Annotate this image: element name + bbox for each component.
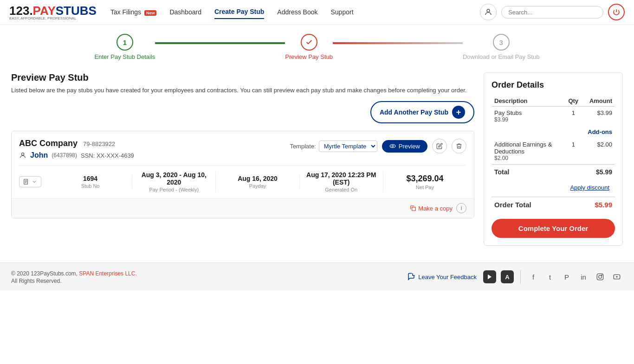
stub-footer: Make a copy i (12, 198, 474, 218)
doc-icon (23, 179, 30, 185)
order-table: Description Qty Amount Pay Stubs $3.99 1… (492, 96, 615, 211)
pay-period-field: Aug 3, 2020 - Aug 10, 2020 Pay Period - … (132, 171, 216, 192)
addon-amount: $2.00 (582, 138, 615, 165)
footer-right: Leave Your Feedback A f t P in (407, 270, 623, 284)
nav-address-book[interactable]: Address Book (277, 6, 317, 19)
progress-line-1 (155, 42, 285, 44)
youtube-icon[interactable] (611, 271, 623, 283)
total-amount: $5.99 (582, 165, 615, 179)
stub-company: ABC Company (19, 139, 78, 148)
stub-employee-id: (6437898) (52, 152, 77, 159)
generated-on-value: Aug 17, 2020 12:23 PM (EST) (305, 171, 377, 186)
employee-icon (19, 152, 26, 159)
pinterest-icon[interactable]: P (561, 271, 573, 283)
google-play-icon[interactable] (483, 270, 496, 283)
copy-icon (410, 205, 416, 211)
edit-button[interactable] (432, 139, 447, 153)
svg-point-1 (21, 153, 24, 155)
preview-button[interactable]: Preview (382, 140, 427, 153)
app-store-links: A (483, 270, 514, 283)
right-section: Order Details Description Qty Amount Pay… (484, 72, 623, 246)
page-title: Preview Pay Stub (11, 72, 474, 83)
svg-marker-14 (616, 276, 618, 278)
order-grand-amount: $5.99 (582, 197, 615, 212)
order-title: Order Details (492, 80, 615, 90)
left-section: Preview Pay Stub Listed below are the pa… (11, 72, 474, 246)
stub-no-label: Stub No (54, 183, 126, 189)
svg-point-2 (390, 145, 395, 148)
order-total-label: Order Total (492, 197, 564, 212)
footer-divider (520, 270, 521, 284)
generated-on-field: Aug 17, 2020 12:23 PM (EST) Generated On (300, 171, 383, 192)
payday-field: Aug 16, 2020 Payday (216, 175, 299, 189)
power-button[interactable] (608, 4, 625, 20)
step-3-label: Download or Email Pay Stub (463, 53, 539, 60)
order-grand-total-row: Order Total $5.99 (492, 197, 615, 212)
progress-section: 1 Enter Pay Stub Details Preview Pay Stu… (0, 25, 634, 65)
footer-copyright: © 2020 123PayStubs.com, SPAN Enterprises… (11, 269, 137, 284)
template-select[interactable]: Myrtle Template (319, 140, 377, 152)
stub-doc-button[interactable] (19, 176, 41, 187)
order-item-desc: Pay Stubs $3.99 (492, 107, 564, 126)
complete-order-button[interactable]: Complete Your Order (492, 219, 615, 238)
search-input[interactable] (501, 6, 603, 19)
user-icon-button[interactable] (480, 4, 497, 20)
payday-label: Payday (221, 183, 293, 189)
step-2: Preview Pay Stub (285, 34, 333, 60)
stub-details-row: 1694 Stub No Aug 3, 2020 - Aug 10, 2020 … (19, 165, 466, 192)
svg-point-12 (602, 275, 602, 275)
logo: 123. PAY STUBS EASY, AFFORDABLE, PROFESS… (9, 4, 97, 20)
net-pay-value: $3,269.04 (389, 174, 461, 184)
col-amount: Amount (582, 96, 615, 107)
stub-ssn-label: SSN: XX-XXX-4639 (81, 152, 134, 159)
chevron-down-icon (32, 179, 37, 185)
apply-discount-row: Apply discount (492, 179, 615, 197)
edit-icon (436, 143, 443, 149)
step-3-circle: 3 (493, 34, 510, 51)
delete-button[interactable] (452, 139, 466, 153)
step-1-circle: 1 (116, 34, 133, 51)
eye-icon (389, 143, 396, 149)
addons-header-row: Add-ons (492, 126, 615, 138)
twitter-icon[interactable]: t (544, 271, 556, 283)
instagram-icon[interactable] (594, 271, 606, 283)
page-subtitle: Listed below are the pay stubs you have … (11, 87, 474, 94)
order-card: Order Details Description Qty Amount Pay… (484, 72, 623, 246)
nav-create-pay-stub[interactable]: Create Pay Stub (214, 5, 264, 19)
svg-point-3 (392, 145, 394, 147)
add-stub-button[interactable]: Add Another Pay Stub + (370, 101, 474, 123)
stub-employee-row: John (6437898) SSN: XX-XXX-4639 (19, 151, 134, 160)
col-desc: Description (492, 96, 564, 107)
step-1-label: Enter Pay Stub Details (95, 53, 155, 60)
svg-marker-9 (488, 275, 492, 280)
main-content: Preview Pay Stub Listed below are the pa… (0, 65, 634, 253)
payday-value: Aug 16, 2020 (221, 175, 293, 182)
nav-support[interactable]: Support (330, 6, 353, 19)
main-nav: Tax Filings New Dashboard Create Pay Stu… (110, 5, 480, 19)
order-total-row: Total $5.99 (492, 165, 615, 179)
addons-title: Add-ons (492, 126, 615, 138)
step-1: 1 Enter Pay Stub Details (95, 34, 155, 60)
nav-tax-filings[interactable]: Tax Filings New (110, 6, 157, 19)
social-icons: f t P in (527, 271, 623, 283)
order-item-amount: $3.99 (582, 107, 615, 126)
stub-employee-name: John (30, 151, 48, 160)
order-item-paystubs: Pay Stubs $3.99 1 $3.99 (492, 107, 615, 126)
feedback-link[interactable]: Leave Your Feedback (407, 273, 477, 281)
apple-store-icon[interactable]: A (501, 270, 514, 283)
stub-ein: 79-8823922 (83, 140, 115, 147)
apply-discount-link[interactable]: Apply discount (494, 181, 612, 194)
step-2-circle (301, 34, 317, 51)
info-icon[interactable]: i (456, 203, 466, 213)
logo-tagline: EASY, AFFORDABLE, PROFESSIONAL (9, 16, 97, 20)
pay-stub-card: ABC Company 79-8823922 John (6437898) SS… (11, 131, 474, 218)
nav-dashboard[interactable]: Dashboard (169, 6, 201, 19)
stub-no-value: 1694 (54, 175, 126, 182)
feedback-icon (407, 273, 415, 281)
order-addon-row: Additional Earnings &Deductions $2.00 1 … (492, 138, 615, 165)
facebook-icon[interactable]: f (527, 271, 539, 283)
svg-point-11 (599, 275, 602, 279)
template-select-wrap: Template: Myrtle Template (290, 140, 377, 152)
make-copy-link[interactable]: Make a copy (410, 205, 453, 212)
linkedin-icon[interactable]: in (577, 271, 589, 283)
